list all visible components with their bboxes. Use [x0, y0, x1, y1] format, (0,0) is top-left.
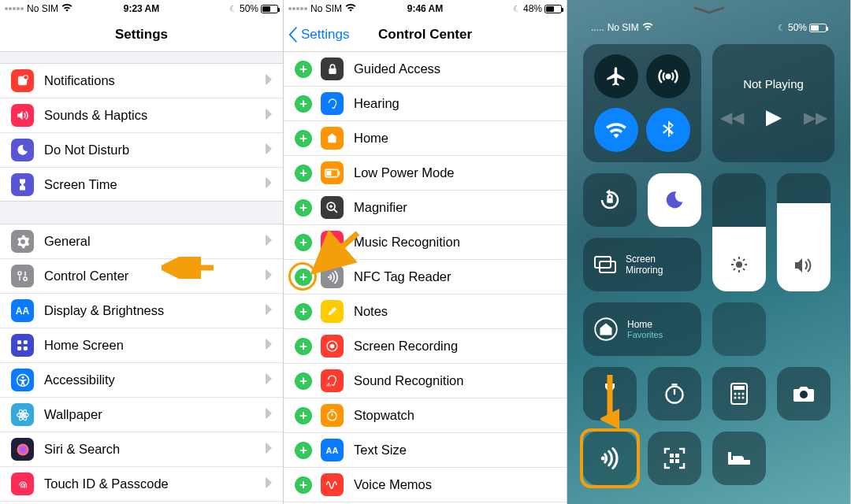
dnd-button[interactable] [648, 173, 701, 227]
svg-point-65 [601, 457, 605, 461]
add-control-row: +Low Power Mode [284, 156, 567, 191]
status-time: 9:46 AM [407, 3, 444, 14]
settings-row[interactable]: General [0, 224, 283, 258]
add-control-row: +Notes [284, 295, 567, 329]
settings-row[interactable]: Sounds & Haptics [0, 98, 283, 132]
chevron-right-icon [265, 109, 272, 123]
row-label: Text Size [354, 443, 407, 458]
add-button[interactable]: + [295, 61, 312, 78]
svg-point-61 [734, 397, 737, 399]
svg-point-39 [667, 75, 671, 79]
settings-row[interactable]: Do Not Disturb [0, 132, 283, 167]
chevron-right-icon [265, 269, 272, 284]
home-tile[interactable]: Home Favorites [583, 302, 701, 356]
add-button[interactable]: + [295, 234, 312, 251]
add-control-row: +Screen Recording [284, 329, 567, 364]
media-tile[interactable]: Not Playing ◀◀ ▶ ▶▶ [712, 44, 834, 162]
screen-mirroring-label1: Screen [626, 254, 663, 265]
chevron-right-icon [265, 235, 272, 249]
svg-rect-9 [24, 346, 28, 350]
add-button[interactable]: + [295, 476, 312, 494]
add-control-row: +Guided Access [284, 52, 567, 87]
brightness-slider[interactable] [712, 173, 766, 291]
media-next-button[interactable]: ▶▶ [804, 108, 827, 127]
back-button[interactable]: Settings [288, 27, 349, 43]
add-button[interactable]: + [295, 372, 312, 390]
sleep-button[interactable] [712, 432, 766, 485]
settings-row[interactable]: Control Center [0, 258, 283, 293]
settings-row[interactable]: Notifications [0, 63, 283, 98]
control-center-icon [11, 265, 34, 287]
home-sublabel: Favorites [627, 330, 663, 339]
screen-recording-icon [321, 335, 344, 358]
settings-row[interactable]: Siri & Search [0, 432, 283, 466]
chevron-right-icon [265, 339, 272, 353]
settings-row[interactable]: AADisplay & Brightness [0, 293, 283, 328]
settings-panel: No SIM 9:23 AM ☾ 50% Settings Notificati… [0, 0, 284, 504]
home-screen-icon [11, 334, 34, 357]
svg-point-4 [24, 277, 27, 280]
settings-row[interactable]: Touch ID & Passcode [0, 466, 283, 501]
svg-point-34 [328, 412, 336, 421]
screen-mirroring-button[interactable]: Screen Mirroring [583, 238, 701, 291]
dnd-moon-icon: ☾ [513, 4, 521, 14]
wifi-button[interactable] [594, 108, 638, 152]
flashlight-button[interactable] [583, 367, 637, 421]
chevron-right-icon [265, 373, 272, 387]
add-button[interactable]: + [295, 338, 312, 355]
wifi-icon [345, 3, 356, 14]
camera-button[interactable] [777, 367, 831, 421]
add-button[interactable]: + [295, 442, 312, 459]
add-button[interactable]: + [295, 95, 312, 113]
add-button[interactable]: + [295, 165, 312, 182]
add-button[interactable]: + [295, 199, 312, 217]
calculator-button[interactable] [712, 367, 766, 421]
row-label: Screen Recording [354, 339, 458, 354]
touchid-icon [11, 472, 34, 495]
row-label: Home Screen [44, 338, 124, 353]
svg-point-2 [18, 272, 21, 275]
media-title: Not Playing [743, 77, 804, 91]
empty-tile[interactable] [712, 302, 766, 356]
nfc-icon [321, 265, 344, 288]
media-prev-button[interactable]: ◀◀ [720, 108, 744, 127]
settings-row[interactable]: Screen Time [0, 167, 283, 202]
qr-scanner-button[interactable] [648, 432, 701, 485]
connectivity-tile[interactable] [583, 44, 701, 162]
settings-row[interactable]: SOSEmergency SOS [0, 501, 283, 504]
row-label: Voice Memos [354, 477, 432, 492]
volume-slider[interactable] [777, 173, 831, 291]
bluetooth-button[interactable] [646, 108, 690, 152]
row-label: Do Not Disturb [44, 143, 129, 158]
nav-bar: Settings [0, 17, 283, 52]
cellular-data-button[interactable] [646, 54, 690, 98]
svg-point-43 [736, 261, 742, 268]
svg-point-16 [17, 443, 28, 455]
svg-point-62 [738, 397, 741, 399]
airplane-mode-button[interactable] [594, 54, 638, 98]
svg-rect-67 [675, 454, 679, 458]
add-button[interactable]: + [295, 303, 312, 321]
settings-row[interactable]: Home Screen [0, 328, 283, 362]
add-button[interactable]: + [295, 407, 312, 424]
row-label: Hearing [354, 96, 399, 111]
add-button[interactable]: + [295, 269, 312, 286]
timer-button[interactable] [648, 367, 701, 421]
add-button[interactable]: + [295, 130, 312, 147]
settings-row[interactable]: Wallpaper [0, 397, 283, 432]
add-control-row: +Magnifier [284, 191, 567, 225]
hearing-icon [321, 92, 344, 115]
row-label: Accessibility [44, 372, 115, 387]
chevron-right-icon [265, 177, 272, 191]
nfc-reader-button[interactable] [583, 432, 637, 485]
battery-percent: 50% [240, 3, 258, 14]
wallpaper-icon [11, 403, 34, 426]
pull-down-handle[interactable] [567, 0, 850, 14]
add-control-row: +Sound Recognition [284, 364, 567, 398]
settings-row[interactable]: Accessibility [0, 362, 283, 397]
orientation-lock-button[interactable] [583, 173, 637, 227]
media-play-button[interactable]: ▶ [766, 105, 782, 129]
svg-rect-18 [329, 68, 336, 73]
magnifier-icon [321, 196, 344, 219]
svg-rect-6 [17, 340, 21, 344]
